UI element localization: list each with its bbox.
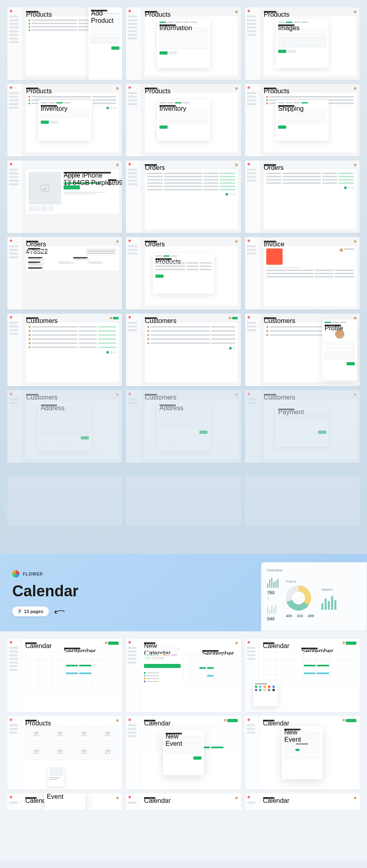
modal-profile: Profile	[322, 319, 357, 380]
price: $899	[108, 179, 116, 181]
thumbnail-row: Orders #78522 Customer Payment methodShi…	[7, 237, 360, 310]
arrow-icon	[53, 609, 65, 614]
thumbnail-calendar-new[interactable]: New Calendar September	[126, 639, 241, 712]
thumbnail-calendar-newevent[interactable]: Calendar New Event	[126, 716, 241, 789]
thumbnail-customers[interactable]: Customers	[7, 314, 122, 386]
thumbnail-customers-payment[interactable]: Customers Payment	[245, 390, 360, 463]
calendar-row: Calendar September New Calendar Septembe…	[7, 639, 360, 712]
bar-chart	[321, 593, 336, 610]
thumbnail-customers-address[interactable]: Customers Address	[7, 390, 122, 463]
thumbnail-products-tiles[interactable]: Products	[7, 716, 122, 789]
product-name: Apple iPhone 13 64GB Purple	[64, 172, 111, 174]
svg-point-3	[20, 611, 21, 612]
thumbnail-order-detail[interactable]: Orders #78522 Customer Payment methodShi…	[7, 237, 122, 310]
modal-inventory: Inventory	[157, 100, 210, 141]
product-popup	[48, 766, 64, 786]
thumbnail-row: Products Add Product	[7, 7, 360, 80]
modal-add-product: Add Product	[88, 7, 122, 80]
svg-point-4	[19, 612, 20, 613]
thumbnail-calendar-popup[interactable]: Calendar September	[245, 639, 360, 712]
modal-payment: Payment	[276, 406, 329, 447]
image-placeholder-icon	[41, 185, 49, 191]
thumbnail-products-inventory2[interactable]: Products Inventory	[126, 84, 241, 156]
thumbnail-customers-address2[interactable]: Customers Address	[126, 390, 241, 463]
modal-new-event-datepicker: New Event	[282, 726, 323, 779]
modal-inventory: Inventory	[38, 100, 91, 141]
thumbnail-orders[interactable]: Orders	[126, 160, 241, 233]
add-event-button[interactable]	[108, 642, 119, 645]
calendar-row-partial: Calendar New Event Calendar Calendar	[7, 793, 360, 810]
svg-point-2	[19, 611, 20, 612]
overview-preview: Overview 780 ▲ 540 Projects 420 210 200 …	[261, 562, 367, 631]
thumbnail-row: Customers Customers Customers Profile	[7, 314, 360, 386]
thumbnail-calendar[interactable]: Calendar	[126, 793, 241, 810]
calendar-section: Calendar September New Calendar Septembe…	[0, 631, 367, 859]
thumbnail-row: Products Inventory Products Inventory Pr…	[7, 84, 360, 156]
calendar-hero: FLOWER Calendar 13 pages Overview 780 ▲ …	[0, 554, 367, 631]
save-button[interactable]	[111, 46, 119, 50]
modal-images: Images	[276, 19, 329, 68]
modal-information: Information	[157, 19, 210, 68]
pages-badge: 13 pages	[12, 607, 49, 616]
thumbnail-calendar[interactable]: Calendar	[245, 793, 360, 810]
thumbnail-customers-profile[interactable]: Customers Profile	[245, 314, 360, 386]
thumbnail-calendar[interactable]: Calendar New Event	[7, 793, 122, 810]
modal-shipping: Shipping	[276, 100, 329, 141]
svg-point-0	[19, 609, 20, 611]
create-button[interactable]	[144, 664, 180, 668]
thumbnail-customers-2[interactable]: Customers	[126, 314, 241, 386]
modal-products: Products	[153, 253, 214, 294]
thumbnail-products-shipping[interactable]: Products Shipping	[245, 84, 360, 156]
figma-icon	[18, 609, 22, 613]
svg-point-1	[20, 609, 21, 611]
invoice-badge	[266, 248, 283, 265]
thumbnail-invoice[interactable]: Invoice	[245, 237, 360, 310]
thumbnail-products-images[interactable]: Products Images	[245, 7, 360, 80]
modal-address: Address	[38, 402, 91, 451]
logo-icon	[12, 570, 20, 578]
thumbnail-row-faded: Customers Address Customers Address Cust…	[7, 390, 360, 463]
modal-new-event: New Event	[44, 793, 85, 810]
thumbnail-calendar-newevent-cal[interactable]: Calendar New Event	[245, 716, 360, 789]
modal-address: Address	[157, 402, 210, 451]
page-title: Products	[26, 11, 38, 13]
thumbnail-row: Apple iPhone 13 64GB Purple$899 Orders O…	[7, 160, 360, 233]
donut-chart	[286, 585, 311, 611]
thumbnail-product-detail[interactable]: Apple iPhone 13 64GB Purple$899	[7, 160, 122, 233]
thumbnail-orders-2[interactable]: Orders	[245, 160, 360, 233]
thumbnail-orders-products-modal[interactable]: Orders Products	[126, 237, 241, 310]
thumbnail-products-inventory[interactable]: Products Inventory	[7, 84, 122, 156]
thumbnail-calendar-basic[interactable]: Calendar September	[7, 639, 122, 712]
calendar-row: Products Calendar New	[7, 716, 360, 789]
thumbnail-products-add[interactable]: Products Add Product	[7, 7, 122, 80]
color-picker-popup[interactable]	[253, 682, 278, 706]
modal-new-event: New Event	[163, 730, 204, 775]
thumbnail-products-info[interactable]: Products Information	[126, 7, 241, 80]
products-section: Products Add Product	[0, 0, 367, 554]
